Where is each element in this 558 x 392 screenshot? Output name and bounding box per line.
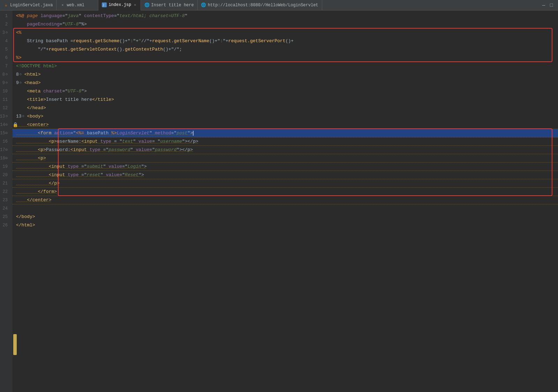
tab-label: LoginServlet.java (10, 3, 53, 8)
gutter-3: 3⊖ (0, 29, 10, 37)
code-line-24 (13, 204, 558, 213)
code-line-20: <input type ="reset" value="Reset"> (13, 171, 558, 179)
window-controls: — □ (537, 0, 558, 10)
gutter-7: 7 (0, 62, 10, 70)
gutter-4: 4 (0, 37, 10, 45)
gutter-14: 14⊖ (0, 121, 10, 129)
gutter-13: 13⊖ (0, 112, 10, 121)
code-line-13: 13⊖ <body> (13, 112, 558, 121)
tab-webxml[interactable]: ✕ web.xml (56, 0, 98, 10)
gutter-6: 6 (0, 54, 10, 62)
line-gutter: 1 2 3⊖ 4 5 6 7 8⊖ 9⊖ 10 11 12 13⊖ 14⊖ 15… (0, 10, 13, 392)
svg-text:J: J (103, 4, 104, 7)
code-line-18: <p> (13, 154, 558, 163)
code-line-16: <p>userName:<input type = "text" value= … (13, 137, 558, 146)
gutter-22: 22 (0, 188, 10, 196)
code-line-7: <!DOCTYPE html> (13, 62, 558, 70)
code-line-8: 8⊖ <html> (13, 70, 558, 79)
code-line-6: %> (13, 54, 558, 62)
gutter-15: 15⊖ (0, 129, 10, 137)
security-warning-icon: 🔒 (13, 122, 18, 128)
gutter-17: 17⊖ (0, 146, 10, 154)
gutter-23: 23 (0, 196, 10, 204)
code-line-2: pageEncoding="UTF-8"%> (13, 20, 558, 29)
gutter-16: 16 (0, 137, 10, 146)
code-line-10: <meta charset="UTF-8"> (13, 87, 558, 96)
code-line-26: </html> (13, 221, 558, 229)
gutter-18: 18⊖ (0, 154, 10, 163)
code-line-22: </form> (13, 188, 558, 196)
code-line-14: <center> (13, 121, 558, 129)
jsp-icon: J (102, 2, 107, 7)
tab-label: Insert title here (151, 3, 194, 8)
gutter-11: 11 (0, 96, 10, 104)
tab-inserttitle[interactable]: 🌐 Insert title here (141, 0, 197, 10)
code-line-11: <title>Insert title here</title> (13, 96, 558, 104)
scrollbar-thumb[interactable] (13, 334, 17, 355)
browser-icon: 🌐 (144, 3, 149, 8)
code-line-19: <input type ="submit" value="Login"> (13, 163, 558, 171)
code-line-9: 9⊖ <head> (13, 79, 558, 87)
code-line-23: </center> (13, 196, 558, 204)
minimize-button[interactable]: — (540, 1, 548, 9)
gutter-26: 26 (0, 221, 10, 229)
code-line-4: String basePath =request.getScheme()+":"… (13, 37, 558, 45)
maximize-button[interactable]: □ (548, 1, 555, 9)
tab-url[interactable]: 🌐 http://localhost:8080//HelloWeb/LoginS… (198, 0, 322, 10)
code-overlay-container: <%@ page language="java" contentType="te… (13, 10, 558, 392)
tab-loginservlet[interactable]: ☕ LoginServlet.java (0, 0, 56, 10)
tab-close-icon[interactable]: ✕ (133, 2, 137, 7)
code-line-21: </p> (13, 179, 558, 188)
xml-close-icon: ✕ (60, 3, 65, 8)
gutter-20: 20 (0, 171, 10, 179)
gutter-10: 10 (0, 87, 10, 96)
code-area[interactable]: <%@ page language="java" contentType="te… (13, 10, 558, 334)
tab-label: web.xml (67, 3, 84, 8)
code-line-3: <% (13, 29, 558, 37)
gutter-24: 24 (0, 204, 10, 213)
gutter-2: 2 (0, 20, 10, 29)
java-icon: ☕ (3, 3, 8, 8)
code-line-17: <p>Password:<input type ="password" valu… (13, 146, 558, 154)
gutter-9: 9⊖ (0, 79, 10, 87)
code-line-15: <form action="<%= basePath %>LoginServle… (13, 129, 558, 137)
tab-indexjsp[interactable]: J index.jsp ✕ (98, 0, 141, 10)
tab-label: http://localhost:8080//HelloWeb/LoginSer… (208, 3, 318, 8)
code-line-12: </head> (13, 104, 558, 112)
code-line-25: </body> (13, 213, 558, 221)
gutter-5: 5 (0, 45, 10, 54)
gutter-25: 25 (0, 213, 10, 221)
code-line-1: <%@ page language="java" contentType="te… (13, 12, 558, 20)
tab-label: index.jsp (108, 2, 131, 7)
gutter-12: 12 (0, 104, 10, 112)
code-line-5: "/"+request.getServletContext().getConte… (13, 45, 558, 54)
gutter-8: 8⊖ (0, 70, 10, 79)
tab-bar: ☕ LoginServlet.java ✕ web.xml J index.js… (0, 0, 558, 10)
gutter-1: 1 (0, 12, 10, 20)
editor: 1 2 3⊖ 4 5 6 7 8⊖ 9⊖ 10 11 12 13⊖ 14⊖ 15… (0, 10, 558, 392)
browser-icon2: 🌐 (201, 3, 206, 8)
gutter-19: 19 (0, 163, 10, 171)
gutter-21: 21 (0, 179, 10, 188)
